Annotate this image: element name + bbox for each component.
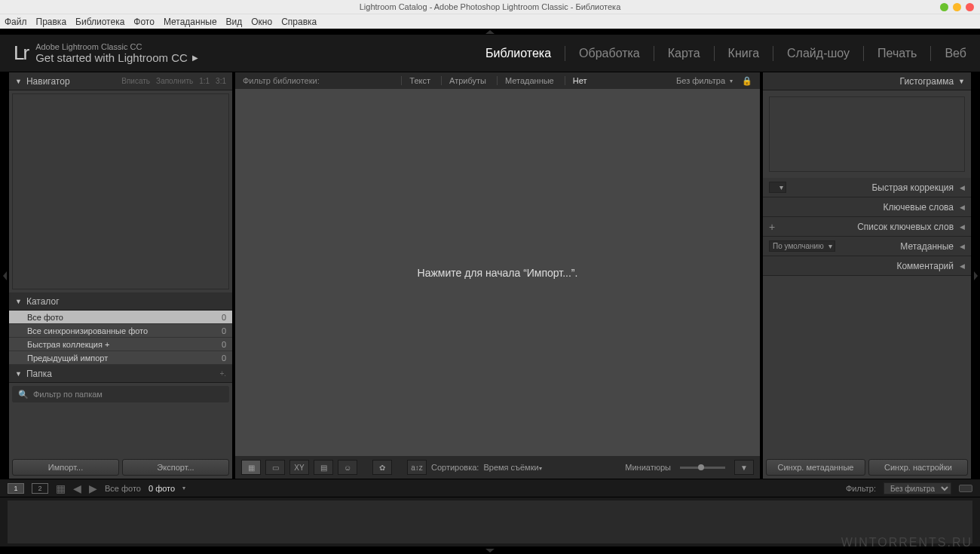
- nav-fwd-icon[interactable]: ▶: [89, 482, 97, 494]
- toolbar-menu-icon[interactable]: ▼: [734, 460, 754, 475]
- quick-develop-preset[interactable]: [769, 182, 786, 193]
- catalog-row-prev-import[interactable]: Предыдущий импорт0: [9, 351, 232, 365]
- filter-tab-attr[interactable]: Атрибуты: [441, 76, 494, 85]
- chevron-left-icon: ◀: [960, 204, 965, 211]
- module-web[interactable]: Веб: [945, 47, 966, 60]
- view-compare-icon[interactable]: XY: [289, 460, 309, 475]
- filter-preset-select[interactable]: Без фильтра: [676, 76, 725, 85]
- filmstrip: 1 2 ▦ ◀ ▶ Все фото 0 фото ▾ Фильтр: Без …: [0, 479, 980, 546]
- brand-line2[interactable]: Get started with Lightroom CC: [35, 51, 188, 64]
- breadcrumb[interactable]: Все фото: [105, 484, 141, 493]
- view-loupe-icon[interactable]: ▭: [265, 460, 285, 475]
- window-controls: [940, 3, 974, 11]
- module-develop[interactable]: Обработка: [579, 47, 640, 60]
- catalog-list: Все фото0 Все синхронизированные фото0 Б…: [9, 311, 232, 365]
- view-survey-icon[interactable]: ▤: [314, 460, 333, 475]
- export-button[interactable]: Экспорт...: [122, 459, 229, 476]
- left-panel: ▼ Навигатор Вписать Заполнить 1:1 3:1 ▼ …: [9, 72, 232, 479]
- brand-line1: Adobe Lightroom Classic CC: [35, 42, 198, 51]
- catalog-title: Каталог: [26, 296, 60, 307]
- import-button[interactable]: Импорт...: [12, 459, 119, 476]
- menu-metadata[interactable]: Метаданные: [164, 17, 217, 27]
- nav-back-icon[interactable]: ◀: [73, 482, 81, 494]
- catalog-row-synced[interactable]: Все синхронизированные фото0: [9, 324, 232, 338]
- menu-library[interactable]: Библиотека: [75, 17, 124, 27]
- identity-plate: Lr Adobe Lightroom Classic CC Get starte…: [0, 35, 980, 72]
- folder-filter-input[interactable]: 🔍 Фильтр по папкам: [12, 386, 229, 402]
- navigator-header[interactable]: ▼ Навигатор Вписать Заполнить 1:1 3:1: [9, 72, 232, 90]
- filmstrip-filter-select[interactable]: Без фильтра: [884, 482, 951, 494]
- module-picker: Библиотека Обработка Карта Книга Слайд-ш…: [485, 46, 966, 61]
- grid-view[interactable]: Нажмите для начала “Импорт...”.: [235, 89, 760, 456]
- add-folder-icon[interactable]: +.: [219, 369, 226, 378]
- chevron-left-icon: ◀: [960, 243, 965, 250]
- metadata-header[interactable]: По умолчанию Метаданные◀: [763, 237, 971, 256]
- close-button[interactable]: [966, 3, 974, 11]
- menu-help[interactable]: Справка: [281, 17, 317, 27]
- right-panel-toggle[interactable]: [971, 72, 980, 479]
- module-map[interactable]: Карта: [668, 47, 700, 60]
- sort-select[interactable]: Время съёмки▾: [483, 463, 541, 472]
- comments-header[interactable]: Комментарий◀: [763, 256, 971, 276]
- filter-label: Фильтр библиотеки:: [243, 76, 320, 85]
- folders-header[interactable]: ▼ Папка +.: [9, 365, 232, 383]
- sync-settings-button[interactable]: Синхр. настройки: [868, 459, 968, 476]
- catalog-row-all[interactable]: Все фото0: [9, 311, 232, 324]
- filter-tab-none[interactable]: Нет: [565, 76, 595, 85]
- keyword-list-header[interactable]: + Список ключевых слов◀: [763, 217, 971, 237]
- quick-develop-header[interactable]: Быстрая коррекция◀: [763, 178, 971, 197]
- chevron-down-icon: ▼: [15, 78, 22, 85]
- filter-tab-meta[interactable]: Метаданные: [497, 76, 562, 85]
- zoom-3-1[interactable]: 3:1: [216, 77, 226, 85]
- library-filter-bar: Фильтр библиотеки: Текст Атрибуты Метада…: [235, 72, 760, 89]
- bottom-panel-toggle[interactable]: [0, 546, 980, 554]
- left-panel-toggle[interactable]: [0, 72, 9, 479]
- photo-count: 0 фото: [149, 484, 175, 493]
- menu-file[interactable]: Файл: [5, 17, 27, 27]
- chevron-left-icon: ◀: [960, 223, 965, 231]
- zoom-fit[interactable]: Вписать: [121, 77, 150, 85]
- screen-1[interactable]: 1: [8, 483, 24, 494]
- top-panel-toggle[interactable]: [0, 29, 980, 35]
- histogram-header[interactable]: Гистограмма ▼: [763, 72, 971, 90]
- keywording-header[interactable]: Ключевые слова◀: [763, 197, 971, 217]
- module-print[interactable]: Печать: [877, 47, 917, 60]
- menu-edit[interactable]: Правка: [36, 17, 67, 27]
- screen-2[interactable]: 2: [32, 483, 48, 494]
- filmstrip-filter-label: Фильтр:: [846, 484, 876, 493]
- plus-icon[interactable]: +: [769, 221, 775, 233]
- grid-icon[interactable]: ▦: [56, 482, 66, 494]
- module-slideshow[interactable]: Слайд-шоу: [787, 47, 850, 60]
- search-icon: 🔍: [18, 390, 29, 399]
- thumb-label: Миниатюры: [625, 463, 671, 472]
- navigator-zoom-opts: Вписать Заполнить 1:1 3:1: [121, 77, 226, 85]
- module-library[interactable]: Библиотека: [485, 47, 551, 60]
- chevron-down-icon: ▼: [15, 370, 22, 378]
- sort-direction-icon[interactable]: a↕z: [407, 460, 427, 475]
- menubar: Файл Правка Библиотека Фото Метаданные В…: [0, 14, 980, 29]
- menu-view[interactable]: Вид: [226, 17, 243, 27]
- metadata-preset-select[interactable]: По умолчанию: [769, 240, 835, 252]
- zoom-1-1[interactable]: 1:1: [199, 77, 210, 85]
- window-title: Lightroom Catalog - Adobe Photoshop Ligh…: [0, 2, 980, 11]
- catalog-row-quick[interactable]: Быстрая коллекция +0: [9, 338, 232, 351]
- module-book[interactable]: Книга: [728, 47, 759, 60]
- menu-photo[interactable]: Фото: [133, 17, 155, 27]
- maximize-button[interactable]: [953, 3, 961, 11]
- lock-icon[interactable]: 🔒: [742, 76, 752, 86]
- filter-switch-icon[interactable]: [959, 485, 972, 492]
- painter-icon[interactable]: ✿: [372, 460, 392, 475]
- catalog-header[interactable]: ▼ Каталог: [9, 292, 232, 311]
- thumbnail-size-slider[interactable]: [680, 467, 725, 469]
- lr-logo: Lr: [14, 41, 28, 65]
- sort-label: Сортировка:: [431, 463, 479, 472]
- view-people-icon[interactable]: ☺: [338, 460, 357, 475]
- histogram-title: Гистограмма: [900, 76, 954, 87]
- view-grid-icon[interactable]: ▦: [241, 460, 261, 475]
- minimize-button[interactable]: [940, 3, 948, 11]
- menu-window[interactable]: Окно: [251, 17, 272, 27]
- sync-metadata-button[interactable]: Синхр. метаданные: [766, 459, 865, 476]
- filter-tab-text[interactable]: Текст: [401, 76, 438, 85]
- zoom-fill[interactable]: Заполнить: [156, 77, 193, 85]
- navigator-title: Навигатор: [26, 76, 70, 87]
